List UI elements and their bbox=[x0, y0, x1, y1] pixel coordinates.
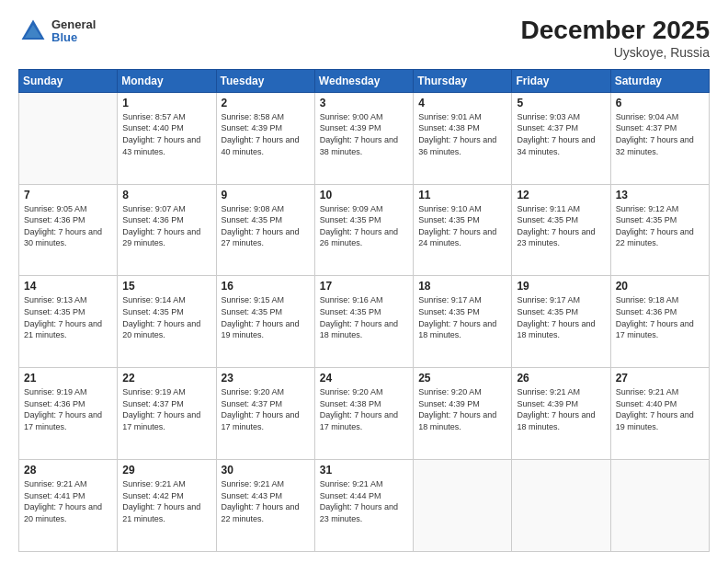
calendar-cell: 16 Sunrise: 9:15 AM Sunset: 4:35 PM Dayl… bbox=[216, 276, 314, 368]
day-info: Sunrise: 9:01 AM Sunset: 4:38 PM Dayligh… bbox=[418, 111, 506, 157]
day-number: 14 bbox=[24, 280, 112, 293]
calendar-cell: 5 Sunrise: 9:03 AM Sunset: 4:37 PM Dayli… bbox=[512, 92, 610, 184]
day-number: 26 bbox=[517, 372, 605, 385]
day-info: Sunrise: 9:21 AM Sunset: 4:39 PM Dayligh… bbox=[517, 386, 605, 432]
calendar-cell: 27 Sunrise: 9:21 AM Sunset: 4:40 PM Dayl… bbox=[610, 368, 709, 460]
calendar-table: SundayMondayTuesdayWednesdayThursdayFrid… bbox=[18, 69, 710, 552]
day-info: Sunrise: 9:17 AM Sunset: 4:35 PM Dayligh… bbox=[517, 294, 605, 340]
logo-blue: Blue bbox=[51, 31, 96, 44]
calendar-week-row: 1 Sunrise: 8:57 AM Sunset: 4:40 PM Dayli… bbox=[19, 92, 710, 184]
calendar-cell bbox=[610, 460, 709, 552]
day-info: Sunrise: 9:20 AM Sunset: 4:39 PM Dayligh… bbox=[418, 386, 506, 432]
day-number: 23 bbox=[222, 372, 310, 385]
day-number: 22 bbox=[122, 372, 210, 385]
calendar-cell: 18 Sunrise: 9:17 AM Sunset: 4:35 PM Dayl… bbox=[414, 276, 512, 368]
day-info: Sunrise: 9:18 AM Sunset: 4:36 PM Dayligh… bbox=[616, 294, 704, 340]
calendar-week-row: 14 Sunrise: 9:13 AM Sunset: 4:35 PM Dayl… bbox=[19, 276, 710, 368]
calendar-cell: 30 Sunrise: 9:21 AM Sunset: 4:43 PM Dayl… bbox=[216, 460, 314, 552]
weekday-header-friday: Friday bbox=[512, 69, 610, 92]
calendar-cell: 6 Sunrise: 9:04 AM Sunset: 4:37 PM Dayli… bbox=[610, 92, 709, 184]
day-number: 17 bbox=[320, 280, 408, 293]
day-number: 4 bbox=[418, 97, 506, 109]
page-subtitle: Uyskoye, Russia bbox=[521, 45, 710, 60]
day-number: 10 bbox=[320, 189, 408, 201]
day-info: Sunrise: 9:12 AM Sunset: 4:35 PM Dayligh… bbox=[616, 203, 704, 249]
calendar-cell: 25 Sunrise: 9:20 AM Sunset: 4:39 PM Dayl… bbox=[414, 368, 512, 460]
day-info: Sunrise: 9:03 AM Sunset: 4:37 PM Dayligh… bbox=[517, 111, 605, 157]
day-number: 27 bbox=[616, 372, 704, 385]
calendar-week-row: 28 Sunrise: 9:21 AM Sunset: 4:41 PM Dayl… bbox=[19, 460, 710, 552]
calendar-week-row: 21 Sunrise: 9:19 AM Sunset: 4:36 PM Dayl… bbox=[19, 368, 710, 460]
calendar-cell: 20 Sunrise: 9:18 AM Sunset: 4:36 PM Dayl… bbox=[610, 276, 709, 368]
day-info: Sunrise: 9:04 AM Sunset: 4:37 PM Dayligh… bbox=[616, 111, 704, 157]
day-number: 15 bbox=[122, 280, 210, 293]
day-info: Sunrise: 9:00 AM Sunset: 4:39 PM Dayligh… bbox=[320, 111, 408, 157]
calendar-cell: 3 Sunrise: 9:00 AM Sunset: 4:39 PM Dayli… bbox=[314, 92, 413, 184]
calendar-cell: 29 Sunrise: 9:21 AM Sunset: 4:42 PM Dayl… bbox=[118, 460, 216, 552]
day-number: 12 bbox=[517, 189, 605, 201]
day-info: Sunrise: 9:16 AM Sunset: 4:35 PM Dayligh… bbox=[320, 294, 408, 340]
logo-general: General bbox=[51, 18, 96, 31]
calendar-cell: 1 Sunrise: 8:57 AM Sunset: 4:40 PM Dayli… bbox=[118, 92, 216, 184]
calendar-cell: 19 Sunrise: 9:17 AM Sunset: 4:35 PM Dayl… bbox=[512, 276, 610, 368]
day-info: Sunrise: 9:08 AM Sunset: 4:35 PM Dayligh… bbox=[222, 203, 310, 249]
day-number: 30 bbox=[222, 464, 310, 477]
day-number: 11 bbox=[418, 189, 506, 201]
calendar-cell: 17 Sunrise: 9:16 AM Sunset: 4:35 PM Dayl… bbox=[314, 276, 413, 368]
calendar-cell bbox=[414, 460, 512, 552]
day-info: Sunrise: 8:58 AM Sunset: 4:39 PM Dayligh… bbox=[222, 111, 310, 157]
calendar-cell: 28 Sunrise: 9:21 AM Sunset: 4:41 PM Dayl… bbox=[19, 460, 118, 552]
day-number: 2 bbox=[222, 97, 310, 109]
calendar-cell: 22 Sunrise: 9:19 AM Sunset: 4:37 PM Dayl… bbox=[118, 368, 216, 460]
calendar-body: 1 Sunrise: 8:57 AM Sunset: 4:40 PM Dayli… bbox=[19, 92, 710, 551]
day-info: Sunrise: 9:21 AM Sunset: 4:44 PM Dayligh… bbox=[320, 478, 408, 524]
day-number: 24 bbox=[320, 372, 408, 385]
day-info: Sunrise: 9:21 AM Sunset: 4:43 PM Dayligh… bbox=[222, 478, 310, 524]
day-number: 28 bbox=[24, 464, 112, 477]
day-info: Sunrise: 9:05 AM Sunset: 4:36 PM Dayligh… bbox=[24, 203, 112, 249]
day-number: 16 bbox=[222, 280, 310, 293]
day-number: 8 bbox=[122, 189, 210, 201]
day-info: Sunrise: 9:21 AM Sunset: 4:42 PM Dayligh… bbox=[122, 478, 210, 524]
calendar-cell: 9 Sunrise: 9:08 AM Sunset: 4:35 PM Dayli… bbox=[216, 184, 314, 276]
calendar-cell: 15 Sunrise: 9:14 AM Sunset: 4:35 PM Dayl… bbox=[118, 276, 216, 368]
day-info: Sunrise: 9:10 AM Sunset: 4:35 PM Dayligh… bbox=[418, 203, 506, 249]
page: General Blue December 2025 Uyskoye, Russ… bbox=[0, 0, 728, 563]
day-number: 5 bbox=[517, 97, 605, 109]
day-info: Sunrise: 9:14 AM Sunset: 4:35 PM Dayligh… bbox=[122, 294, 210, 340]
calendar-cell: 12 Sunrise: 9:11 AM Sunset: 4:35 PM Dayl… bbox=[512, 184, 610, 276]
day-info: Sunrise: 9:13 AM Sunset: 4:35 PM Dayligh… bbox=[24, 294, 112, 340]
day-info: Sunrise: 9:09 AM Sunset: 4:35 PM Dayligh… bbox=[320, 203, 408, 249]
calendar-cell: 21 Sunrise: 9:19 AM Sunset: 4:36 PM Dayl… bbox=[19, 368, 118, 460]
calendar-cell: 13 Sunrise: 9:12 AM Sunset: 4:35 PM Dayl… bbox=[610, 184, 709, 276]
weekday-header-monday: Monday bbox=[118, 69, 216, 92]
day-number: 13 bbox=[616, 189, 704, 201]
calendar-cell: 14 Sunrise: 9:13 AM Sunset: 4:35 PM Dayl… bbox=[19, 276, 118, 368]
day-number: 19 bbox=[517, 280, 605, 293]
day-number: 3 bbox=[320, 97, 408, 109]
day-number: 7 bbox=[24, 189, 112, 201]
day-number: 9 bbox=[222, 189, 310, 201]
calendar-cell: 7 Sunrise: 9:05 AM Sunset: 4:36 PM Dayli… bbox=[19, 184, 118, 276]
calendar-cell bbox=[512, 460, 610, 552]
calendar-cell: 31 Sunrise: 9:21 AM Sunset: 4:44 PM Dayl… bbox=[314, 460, 413, 552]
calendar-cell: 26 Sunrise: 9:21 AM Sunset: 4:39 PM Dayl… bbox=[512, 368, 610, 460]
day-info: Sunrise: 9:11 AM Sunset: 4:35 PM Dayligh… bbox=[517, 203, 605, 249]
weekday-header-tuesday: Tuesday bbox=[216, 69, 314, 92]
header: General Blue December 2025 Uyskoye, Russ… bbox=[18, 17, 710, 60]
calendar-cell: 8 Sunrise: 9:07 AM Sunset: 4:36 PM Dayli… bbox=[118, 184, 216, 276]
day-number: 21 bbox=[24, 372, 112, 385]
day-number: 6 bbox=[616, 97, 704, 109]
calendar-cell: 4 Sunrise: 9:01 AM Sunset: 4:38 PM Dayli… bbox=[414, 92, 512, 184]
calendar-cell: 23 Sunrise: 9:20 AM Sunset: 4:37 PM Dayl… bbox=[216, 368, 314, 460]
day-info: Sunrise: 9:20 AM Sunset: 4:38 PM Dayligh… bbox=[320, 386, 408, 432]
weekday-header-row: SundayMondayTuesdayWednesdayThursdayFrid… bbox=[19, 69, 710, 92]
day-number: 1 bbox=[122, 97, 210, 109]
calendar-cell: 11 Sunrise: 9:10 AM Sunset: 4:35 PM Dayl… bbox=[414, 184, 512, 276]
weekday-header-wednesday: Wednesday bbox=[314, 69, 413, 92]
weekday-header-thursday: Thursday bbox=[414, 69, 512, 92]
day-info: Sunrise: 8:57 AM Sunset: 4:40 PM Dayligh… bbox=[122, 111, 210, 157]
weekday-header-sunday: Sunday bbox=[19, 69, 118, 92]
logo-icon bbox=[18, 17, 48, 46]
page-title: December 2025 bbox=[521, 17, 710, 45]
